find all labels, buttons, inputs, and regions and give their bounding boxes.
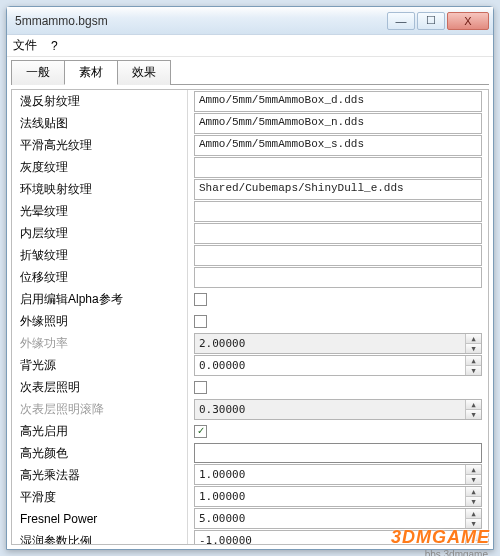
menu-help[interactable]: ? bbox=[51, 39, 58, 53]
window-buttons: — ☐ X bbox=[385, 12, 489, 30]
spinner[interactable]: ▲▼ bbox=[465, 531, 481, 544]
spinner-up-icon[interactable]: ▲ bbox=[466, 531, 481, 541]
labels-column: 漫反射纹理法线贴图平滑高光纹理灰度纹理环境映射纹理光晕纹理内层纹理折皱纹理位移纹… bbox=[12, 90, 188, 544]
property-label: 环境映射纹理 bbox=[12, 178, 187, 200]
menubar: 文件 ? bbox=[7, 35, 493, 57]
spinner-up-icon[interactable]: ▲ bbox=[466, 487, 481, 497]
spinner[interactable]: ▲▼ bbox=[465, 509, 481, 528]
checkbox-cell bbox=[188, 376, 488, 398]
maximize-button[interactable]: ☐ bbox=[417, 12, 445, 30]
values-column: Ammo/5mm/5mmAmmoBox_d.ddsAmmo/5mm/5mmAmm… bbox=[188, 90, 488, 544]
spinner-down-icon[interactable]: ▼ bbox=[466, 366, 481, 375]
text-field[interactable]: Ammo/5mm/5mmAmmoBox_n.dds bbox=[194, 113, 482, 134]
number-value: 2.00000 bbox=[195, 337, 465, 350]
spinner[interactable]: ▲▼ bbox=[465, 465, 481, 484]
spinner-down-icon[interactable]: ▼ bbox=[466, 475, 481, 484]
text-field[interactable]: Ammo/5mm/5mmAmmoBox_s.dds bbox=[194, 135, 482, 156]
spinner-up-icon: ▲ bbox=[466, 334, 481, 344]
text-field[interactable] bbox=[194, 201, 482, 222]
spinner-up-icon[interactable]: ▲ bbox=[466, 465, 481, 475]
number-value: 0.30000 bbox=[195, 403, 465, 416]
property-label: 次表层照明滚降 bbox=[12, 398, 187, 420]
color-swatch[interactable] bbox=[194, 443, 482, 463]
checkbox[interactable] bbox=[194, 381, 207, 394]
spinner: ▲▼ bbox=[465, 334, 481, 353]
spinner-up-icon[interactable]: ▲ bbox=[466, 356, 481, 366]
property-label: 位移纹理 bbox=[12, 266, 187, 288]
property-label: 外缘功率 bbox=[12, 332, 187, 354]
spinner-up-icon[interactable]: ▲ bbox=[466, 509, 481, 519]
spinner-down-icon[interactable]: ▼ bbox=[466, 519, 481, 528]
text-field[interactable] bbox=[194, 157, 482, 178]
number-field: 0.30000▲▼ bbox=[194, 399, 482, 420]
property-label: 灰度纹理 bbox=[12, 156, 187, 178]
menu-file[interactable]: 文件 bbox=[13, 37, 37, 54]
number-value: 1.00000 bbox=[195, 490, 465, 503]
property-label: 漫反射纹理 bbox=[12, 90, 187, 112]
property-label: 折皱纹理 bbox=[12, 244, 187, 266]
spinner-down-icon: ▼ bbox=[466, 344, 481, 353]
spinner[interactable]: ▲▼ bbox=[465, 487, 481, 506]
spinner-down-icon[interactable]: ▼ bbox=[466, 497, 481, 506]
number-field[interactable]: 0.00000▲▼ bbox=[194, 355, 482, 376]
number-value: 5.00000 bbox=[195, 512, 465, 525]
tab-1[interactable]: 素材 bbox=[64, 60, 118, 85]
property-label: Fresnel Power bbox=[12, 508, 187, 530]
checkbox-cell bbox=[188, 310, 488, 332]
number-field[interactable]: 5.00000▲▼ bbox=[194, 508, 482, 529]
property-label: 高光启用 bbox=[12, 420, 187, 442]
checkbox-cell bbox=[188, 288, 488, 310]
minimize-button[interactable]: — bbox=[387, 12, 415, 30]
checkbox-cell: ✓ bbox=[188, 420, 488, 442]
tab-strip: 一般素材效果 bbox=[7, 57, 493, 84]
titlebar[interactable]: 5mmammo.bgsm — ☐ X bbox=[7, 7, 493, 35]
number-value: 1.00000 bbox=[195, 468, 465, 481]
property-label: 平滑度 bbox=[12, 486, 187, 508]
property-label: 高光颜色 bbox=[12, 442, 187, 464]
property-label: 光晕纹理 bbox=[12, 200, 187, 222]
tab-2[interactable]: 效果 bbox=[117, 60, 171, 85]
tab-0[interactable]: 一般 bbox=[11, 60, 65, 85]
checkbox[interactable]: ✓ bbox=[194, 425, 207, 438]
app-window: 5mmammo.bgsm — ☐ X 文件 ? 一般素材效果 漫反射纹理法线贴图… bbox=[6, 6, 494, 550]
text-field[interactable] bbox=[194, 245, 482, 266]
number-field: 2.00000▲▼ bbox=[194, 333, 482, 354]
spinner: ▲▼ bbox=[465, 400, 481, 419]
text-field[interactable]: Shared/Cubemaps/ShinyDull_e.dds bbox=[194, 179, 482, 200]
property-panel: 漫反射纹理法线贴图平滑高光纹理灰度纹理环境映射纹理光晕纹理内层纹理折皱纹理位移纹… bbox=[11, 89, 489, 545]
number-field[interactable]: 1.00000▲▼ bbox=[194, 464, 482, 485]
checkbox[interactable] bbox=[194, 293, 207, 306]
checkbox[interactable] bbox=[194, 315, 207, 328]
watermark-sub: bbs.3dmgame bbox=[425, 549, 488, 556]
property-label: 湿润参数比例 bbox=[12, 530, 187, 544]
property-label: 高光乘法器 bbox=[12, 464, 187, 486]
number-field[interactable]: 1.00000▲▼ bbox=[194, 486, 482, 507]
spinner-up-icon: ▲ bbox=[466, 400, 481, 410]
number-field[interactable]: -1.00000▲▼ bbox=[194, 530, 482, 544]
text-field[interactable] bbox=[194, 267, 482, 288]
close-button[interactable]: X bbox=[447, 12, 489, 30]
text-field[interactable] bbox=[194, 223, 482, 244]
spinner-down-icon: ▼ bbox=[466, 410, 481, 419]
number-value: 0.00000 bbox=[195, 359, 465, 372]
property-label: 背光源 bbox=[12, 354, 187, 376]
window-title: 5mmammo.bgsm bbox=[15, 14, 385, 28]
property-label: 法线贴图 bbox=[12, 112, 187, 134]
property-label: 平滑高光纹理 bbox=[12, 134, 187, 156]
spinner[interactable]: ▲▼ bbox=[465, 356, 481, 375]
property-label: 次表层照明 bbox=[12, 376, 187, 398]
spinner-down-icon[interactable]: ▼ bbox=[466, 541, 481, 544]
property-label: 内层纹理 bbox=[12, 222, 187, 244]
property-label: 外缘照明 bbox=[12, 310, 187, 332]
text-field[interactable]: Ammo/5mm/5mmAmmoBox_d.dds bbox=[194, 91, 482, 112]
number-value: -1.00000 bbox=[195, 534, 465, 544]
property-label: 启用编辑Alpha参考 bbox=[12, 288, 187, 310]
